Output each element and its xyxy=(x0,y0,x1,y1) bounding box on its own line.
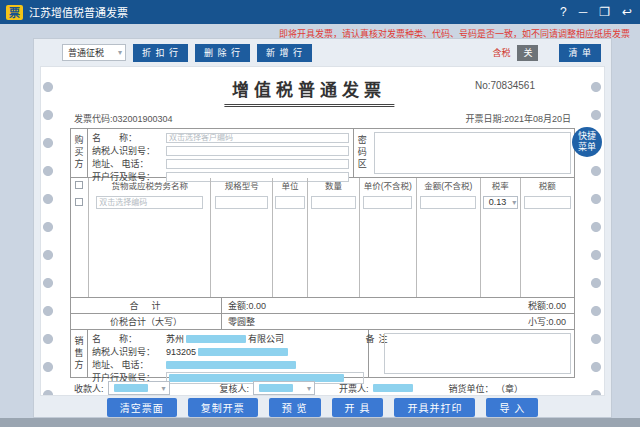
password-area-label: 密码区 xyxy=(354,129,371,177)
buyer-address-row: 地址、 电话： xyxy=(92,158,349,169)
redacted-text xyxy=(259,384,293,392)
tax-amount-input[interactable] xyxy=(524,196,571,209)
preview-button[interactable]: 预 览 xyxy=(269,398,321,417)
quick-menu-button[interactable]: 快捷菜单 xyxy=(572,127,602,157)
spec-input[interactable] xyxy=(215,196,268,209)
invoice-number: No:70834561 xyxy=(475,80,535,91)
app-logo-icon: 票 xyxy=(6,5,23,20)
password-box xyxy=(374,132,571,174)
redacted-text xyxy=(114,384,148,392)
minimize-icon[interactable]: ─ xyxy=(579,6,588,18)
seller-unit-label: 销货单位： （章） xyxy=(449,382,524,395)
help-icon[interactable]: ? xyxy=(560,6,567,18)
goods-name-input[interactable] xyxy=(96,196,203,209)
seller-taxid-row: 纳税人识别号： 913205 xyxy=(92,346,364,357)
add-row-button[interactable]: 新 增 行 xyxy=(257,44,312,62)
buyer-side-label: 购买方 xyxy=(71,129,88,177)
chevron-down-icon: ▾ xyxy=(512,198,516,207)
total-amount: 金额:0.00 xyxy=(222,299,528,312)
main-panel: 普通征税 ▾ 折 扣 行 删 除 行 新 增 行 含税 关 清 单 增值税普通发… xyxy=(33,38,612,418)
col-header-tax: 税额 xyxy=(520,178,574,191)
titlebar: 票 江苏增值税普通发票 ? ─ ❐ ↩ xyxy=(0,0,640,24)
total-label: 合 计 xyxy=(71,298,222,313)
col-header-spec: 规格型号 xyxy=(210,178,272,191)
gross-capital: 零圆整 xyxy=(222,315,528,328)
discount-row-button[interactable]: 折 扣 行 xyxy=(133,44,188,62)
col-header-goods: 货物或应税劳务名称 xyxy=(88,178,210,191)
redacted-text xyxy=(166,361,296,369)
invoice-title: 增值税普通发票 xyxy=(224,76,394,107)
unit-input[interactable] xyxy=(275,196,305,209)
reviewer-select[interactable]: ▾ xyxy=(253,381,315,395)
invoice-paper: 增值税普通发票 No:70834561 发票代码:032001900304 开票… xyxy=(40,66,605,396)
row-checkbox[interactable] xyxy=(75,198,83,206)
tax-mode-value: 普通征税 xyxy=(68,46,104,59)
tax-mode-select[interactable]: 普通征税 ▾ xyxy=(62,44,126,61)
chevron-down-icon: ▾ xyxy=(118,48,122,57)
tax-included-label: 含税 xyxy=(492,46,510,59)
maximize-icon[interactable]: ❐ xyxy=(599,6,610,18)
delete-row-button[interactable]: 删 除 行 xyxy=(195,44,250,62)
redacted-text xyxy=(373,384,413,392)
issue-button[interactable]: 开 具 xyxy=(332,398,384,417)
buyer-fields: 名 称： 纳税人识别号： 地址、 电话： 开户行及账号： xyxy=(88,129,353,177)
items-empty-area xyxy=(71,213,574,297)
qty-input[interactable] xyxy=(311,196,356,209)
seller-address-label: 地址、 电话： xyxy=(92,358,166,371)
col-header-amount: 金额(不含税) xyxy=(416,178,480,191)
tax-rate-select[interactable]: 0.13 ▾ xyxy=(483,196,518,209)
remark-label: 备注 xyxy=(369,330,384,377)
amount-input[interactable] xyxy=(420,196,476,209)
items-header-row: 货物或应税劳务名称 规格型号 单位 数量 单价(不含税) 金额(不含税) 税率 … xyxy=(71,178,574,191)
payee-select[interactable]: ▾ xyxy=(108,381,170,395)
warning-text: 即将开具发票，请认真核对发票种类、代码、号码是否一致，如不同请调整相应纸质发票 xyxy=(0,24,640,38)
password-area: 密码区 xyxy=(354,129,574,177)
total-row: 合 计 金额:0.00 税额:0.00 xyxy=(71,297,574,313)
col-header-taxrate: 税率 xyxy=(480,178,520,191)
buyer-name-input[interactable] xyxy=(166,133,349,143)
invoice-form: 增值税普通发票 No:70834561 发票代码:032001900304 开票… xyxy=(56,67,589,395)
copy-invoice-button[interactable]: 复制开票 xyxy=(188,398,258,417)
import-button[interactable]: 导 入 xyxy=(486,398,538,417)
seller-taxid-value: 913205 xyxy=(166,347,288,357)
seller-address-row: 地址、 电话： xyxy=(92,359,364,370)
buyer-taxid-input[interactable] xyxy=(166,146,349,156)
window-bottom-edge xyxy=(0,418,640,427)
payee-label: 收款人: xyxy=(74,382,104,395)
list-button[interactable]: 清 单 xyxy=(559,44,601,62)
remark-box[interactable] xyxy=(384,333,571,374)
seller-taxid-label: 纳税人识别号： xyxy=(92,345,166,358)
seller-side-label: 销售方 xyxy=(71,330,88,377)
buyer-name-row: 名 称： xyxy=(92,132,349,143)
tax-included-toggle[interactable]: 关 xyxy=(517,45,538,61)
gross-small: 小写:0.00 xyxy=(528,315,574,328)
buyer-block: 购买方 名 称： 纳税人识别号： 地址、 电话： xyxy=(70,128,575,178)
reviewer-label: 复核人: xyxy=(220,382,250,395)
total-tax: 税额:0.00 xyxy=(528,299,574,312)
seller-name-suffix: 有限公司 xyxy=(248,332,284,345)
col-header-qty: 数量 xyxy=(307,178,359,191)
drawer-label: 开票人: xyxy=(339,382,369,395)
exit-back-icon[interactable]: ↩ xyxy=(622,6,632,18)
perforation-left xyxy=(41,67,56,395)
buyer-name-label: 名 称： xyxy=(92,131,166,144)
seller-name-row: 名 称： 苏州 有限公司 xyxy=(92,333,364,344)
col-header-unit: 单位 xyxy=(272,178,307,191)
chevron-down-icon: ▾ xyxy=(162,384,166,393)
price-input[interactable] xyxy=(363,196,412,209)
buyer-address-input[interactable] xyxy=(166,159,349,169)
item-row-1: 0.13 ▾ xyxy=(71,191,574,213)
remark-area: 备注 xyxy=(369,330,574,377)
issue-print-button[interactable]: 开具并打印 xyxy=(394,398,475,417)
tax-rate-value: 0.13 xyxy=(489,197,507,207)
toolbar: 普通征税 ▾ 折 扣 行 删 除 行 新 增 行 含税 关 清 单 xyxy=(34,39,611,66)
clear-invoice-button[interactable]: 清空票面 xyxy=(107,398,177,417)
buyer-left: 购买方 名 称： 纳税人识别号： 地址、 电话： xyxy=(71,129,354,177)
items-table: 货物或应税劳务名称 规格型号 单位 数量 单价(不含税) 金额(不含税) 税率 … xyxy=(70,178,575,330)
seller-block: 销售方 名 称： 苏州 有限公司 纳税人识别号： xyxy=(70,330,575,378)
seller-name-prefix: 苏州 xyxy=(166,332,184,345)
seller-name-value: 苏州 有限公司 xyxy=(166,332,284,345)
buyer-address-label: 地址、 电话： xyxy=(92,157,166,170)
select-all-checkbox[interactable] xyxy=(75,181,83,189)
col-header-price: 单价(不含税) xyxy=(359,178,416,191)
